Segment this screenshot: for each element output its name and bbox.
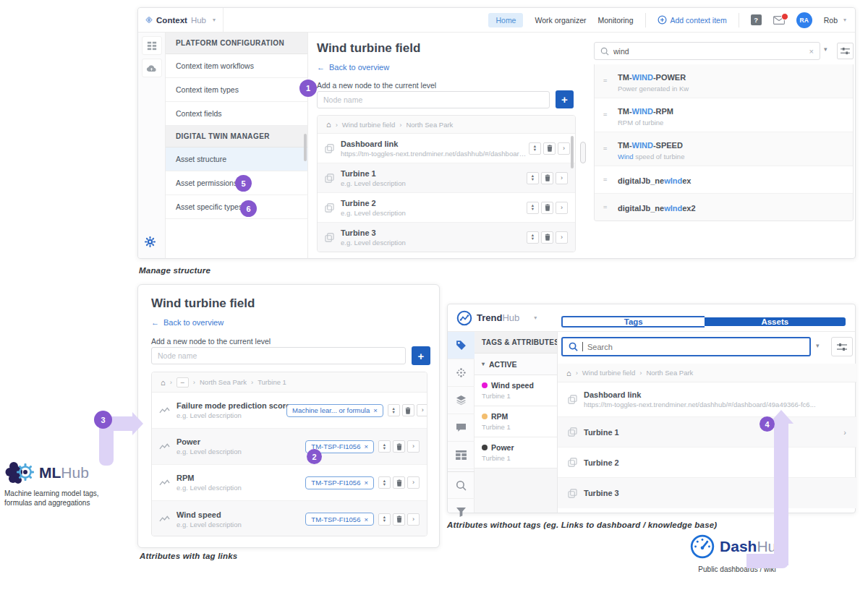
structure-grid-icon[interactable]: [142, 36, 162, 55]
sidebar-item-asset-structure[interactable]: Asset structure: [166, 147, 307, 171]
back-to-overview-link[interactable]: ←Back to overview: [151, 318, 224, 327]
tag-search-input[interactable]: [613, 47, 809, 56]
attribute-row-failure-mode[interactable]: Failure mode prediction scoree.g. Level …: [152, 393, 427, 429]
tags-panel-icon[interactable]: [448, 332, 475, 359]
tag-chip[interactable]: TM-TSP-FI1056×: [305, 476, 374, 489]
open-button[interactable]: ›: [407, 513, 420, 526]
chevron-down-icon[interactable]: ▾: [534, 314, 537, 321]
home-icon[interactable]: ⌂: [566, 369, 571, 377]
attribute-row-wind-speed[interactable]: Wind speede.g. Level description TM-TSP-…: [152, 501, 427, 536]
card-scrollbar[interactable]: [571, 136, 574, 168]
reorder-button[interactable]: ▴▾: [378, 476, 391, 489]
scatter-plot-icon[interactable]: [448, 359, 475, 387]
delete-button[interactable]: [393, 513, 405, 526]
open-button[interactable]: ›: [407, 476, 420, 489]
panel-resize-handle[interactable]: [580, 142, 586, 163]
reorder-button[interactable]: ▴▾: [378, 513, 391, 526]
node-name-input[interactable]: [323, 95, 543, 104]
filter-button[interactable]: [837, 43, 854, 59]
attribute-row-power[interactable]: Powere.g. Level description TM-TSP-FI105…: [152, 429, 427, 465]
remove-tag-icon[interactable]: ×: [373, 406, 378, 414]
breadcrumb-collapsed-button[interactable]: –: [176, 377, 189, 388]
asset-row-turbine-3[interactable]: Turbine 3: [558, 478, 856, 508]
tab-tags[interactable]: Tags: [561, 316, 705, 328]
asset-row-turbine-3[interactable]: Turbine 3e.g. Level description ▴▾›: [318, 223, 575, 252]
tag-row-digitaljb-newindex[interactable]: = digitalJb_newIndex: [595, 166, 853, 194]
delete-button[interactable]: [541, 231, 553, 244]
add-context-item-button[interactable]: Add context item: [658, 15, 727, 25]
reorder-button[interactable]: ▴▾: [378, 440, 391, 453]
remove-tag-icon[interactable]: ×: [364, 515, 368, 523]
asset-search-field[interactable]: [561, 337, 811, 356]
add-node-button[interactable]: +: [556, 90, 574, 108]
back-to-overview-link[interactable]: ←Back to overview: [317, 63, 389, 72]
reorder-button[interactable]: ▴▾: [388, 404, 400, 416]
tag-chip[interactable]: Machine lear... or formula×: [286, 404, 383, 417]
open-button[interactable]: ›: [407, 440, 420, 453]
remove-tag-icon[interactable]: ×: [364, 479, 368, 487]
asset-row-turbine-2[interactable]: Turbine 2: [558, 448, 856, 478]
delete-button[interactable]: [541, 172, 553, 184]
open-button[interactable]: ›: [417, 404, 427, 416]
open-button[interactable]: ›: [556, 202, 568, 214]
settings-gear-icon[interactable]: [144, 236, 156, 251]
delete-button[interactable]: [541, 202, 553, 214]
tag-row-tm-wind-speed[interactable]: = TM-WIND-SPEED Wind speed of turbine: [595, 132, 853, 166]
breadcrumb-item[interactable]: North Sea Park: [646, 369, 693, 377]
reorder-button[interactable]: ▴▾: [529, 142, 541, 155]
nav-work-organizer[interactable]: Work organizer: [535, 16, 586, 25]
active-section-toggle[interactable]: ▾ACTIVE: [475, 354, 557, 375]
nav-monitoring[interactable]: Monitoring: [597, 16, 633, 25]
search-dropdown-caret[interactable]: ▾: [824, 46, 827, 53]
home-icon[interactable]: ⌂: [326, 120, 331, 129]
node-name-field[interactable]: [317, 91, 550, 108]
node-name-field[interactable]: [151, 347, 406, 364]
active-tag-wind-speed[interactable]: Wind speed Turbine 1: [475, 375, 557, 406]
home-icon[interactable]: ⌂: [161, 378, 166, 387]
reorder-button[interactable]: ▴▾: [527, 231, 539, 244]
notifications-button[interactable]: [773, 16, 785, 25]
asset-row-turbine-1[interactable]: Turbine 1 ›: [558, 417, 856, 448]
tag-search-field[interactable]: ×: [594, 42, 820, 60]
asset-row-turbine-2[interactable]: Turbine 2e.g. Level description ▴▾›: [318, 193, 575, 223]
filter-button[interactable]: [831, 337, 853, 356]
tag-row-digitaljb-newindex2[interactable]: = digitalJb_newIndex2: [595, 194, 853, 221]
delete-button[interactable]: [393, 476, 405, 489]
open-button[interactable]: ›: [556, 172, 568, 184]
sidebar-item-context-item-workflows[interactable]: Context item workflows: [166, 54, 307, 78]
breadcrumb-item[interactable]: North Sea Park: [406, 121, 453, 129]
asset-row-dashboard-link[interactable]: Dashboard linkhttps://tm-toggles-next.tr…: [558, 382, 856, 417]
node-name-input[interactable]: [158, 351, 399, 360]
asset-search-input[interactable]: [587, 343, 804, 351]
tag-chip[interactable]: TM-TSP-FI1056×: [305, 513, 374, 526]
help-icon[interactable]: ?: [751, 14, 762, 25]
layers-icon[interactable]: [448, 387, 475, 414]
nav-home[interactable]: Home: [488, 13, 523, 27]
add-node-button[interactable]: +: [412, 346, 430, 365]
search-panel-icon[interactable]: [448, 471, 475, 499]
delete-button[interactable]: [393, 440, 405, 453]
breadcrumb-item[interactable]: North Sea Park: [200, 378, 247, 386]
reorder-button[interactable]: ▴▾: [527, 202, 539, 214]
sidebar-item-context-item-types[interactable]: Context item types: [166, 78, 307, 102]
asset-row-turbine-1[interactable]: Turbine 1e.g. Level description ▴▾›: [318, 163, 575, 193]
tag-row-tm-wind-power[interactable]: = TM-WIND-POWER Power generated in Kw: [595, 64, 853, 98]
user-menu[interactable]: Rob▾: [824, 16, 846, 25]
sidebar-item-context-fields[interactable]: Context fields: [166, 102, 307, 126]
search-dropdown-caret[interactable]: ▾: [816, 342, 820, 349]
attribute-row-rpm[interactable]: RPMe.g. Level description TM-TSP-FI1056×…: [152, 465, 427, 501]
delete-button[interactable]: [402, 404, 414, 416]
active-tag-rpm[interactable]: RPM Turbine 1: [475, 406, 557, 437]
clear-search-icon[interactable]: ×: [809, 47, 814, 56]
active-tag-power[interactable]: Power Turbine 1: [475, 437, 557, 468]
contexthub-logo[interactable]: ContextHub ▾: [138, 8, 224, 32]
asset-row-dashboard-link[interactable]: Dashboard linkhttps://tm-toggles-next.tr…: [318, 134, 575, 163]
chevron-right-icon[interactable]: ›: [843, 428, 846, 437]
sidebar-scrollbar[interactable]: [304, 134, 307, 161]
delete-button[interactable]: [543, 142, 556, 155]
table-view-icon[interactable]: [448, 442, 475, 469]
breadcrumb-item[interactable]: Wind turbine field: [342, 121, 395, 129]
tag-row-tm-wind-rpm[interactable]: = TM-WIND-RPM RPM of turbine: [595, 98, 853, 132]
cloud-upload-icon[interactable]: [142, 59, 162, 77]
avatar[interactable]: RA: [796, 12, 812, 28]
